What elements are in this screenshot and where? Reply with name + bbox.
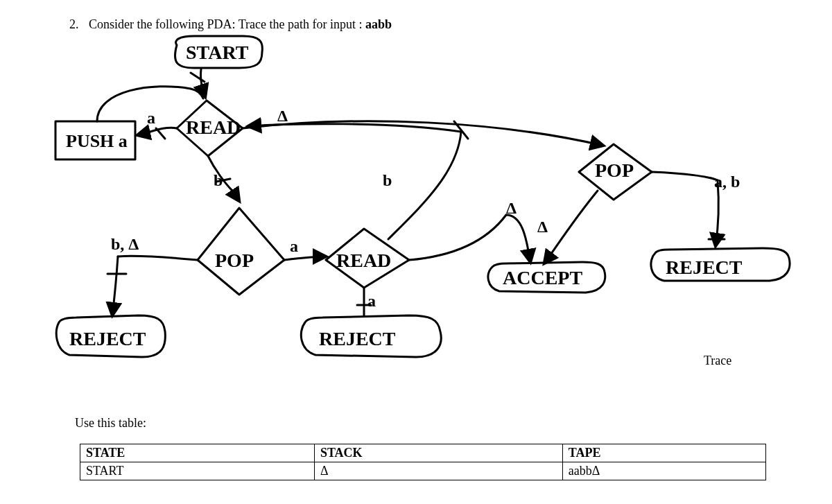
use-table-label: Use this table: xyxy=(75,416,146,431)
label-push-a: PUSH a xyxy=(66,131,128,151)
node-start xyxy=(175,36,262,68)
edge-label-a-reject: a xyxy=(367,292,376,310)
node-accept xyxy=(488,262,605,293)
label-reject-mid: REJECT xyxy=(319,328,396,349)
th-state: STATE xyxy=(80,444,315,462)
edge-pop1-reject-v xyxy=(112,257,118,315)
label-accept: ACCEPT xyxy=(503,267,582,288)
question-number: 2. xyxy=(69,17,79,32)
edge-label-b-pop1: b xyxy=(214,171,223,189)
th-stack: STACK xyxy=(314,444,562,462)
node-reject-right xyxy=(651,248,790,281)
label-read2: READ xyxy=(336,250,391,271)
table-header-row: STATE STACK TAPE xyxy=(80,444,766,462)
node-read1 xyxy=(177,101,243,156)
edge-read1-push-tick xyxy=(156,128,165,139)
edge-read2-to-read1 xyxy=(248,124,461,132)
edge-pop2-reject-h xyxy=(652,172,718,180)
edge-start-tick xyxy=(191,73,205,82)
edge-label-delta-accept: Δ xyxy=(506,199,517,217)
edge-pop1-to-read2 xyxy=(284,257,326,260)
trace-table: STATE STACK TAPE START Δ aabbΔ xyxy=(80,444,766,480)
label-reject-left: REJECT xyxy=(69,328,146,349)
edge-label-pop2-delta: Δ xyxy=(537,218,548,236)
edge-push-to-read1 xyxy=(97,87,203,121)
question-prompt: Consider the following PDA: Trace the pa… xyxy=(89,17,365,31)
edge-label-ab-reject: a, b xyxy=(714,173,740,191)
edge-label-delta-pop2: Δ xyxy=(277,107,288,125)
node-pop2 xyxy=(579,144,652,200)
edge-pop2-reject-v xyxy=(716,180,718,246)
label-read1: READ xyxy=(186,116,241,138)
trace-label: Trace xyxy=(704,354,731,368)
td-state: START xyxy=(80,462,315,480)
edge-start-to-read1 xyxy=(200,69,205,97)
label-pop1: POP xyxy=(215,250,254,271)
edge-label-bDelta: b, Δ xyxy=(111,235,139,253)
edge-read1-to-push xyxy=(137,128,177,135)
edge-label-a-push: a xyxy=(147,109,155,127)
edge-read2-accept-b xyxy=(506,215,530,262)
label-reject-right: REJECT xyxy=(666,257,743,278)
th-tape: TAPE xyxy=(562,444,765,462)
node-reject-left xyxy=(56,315,165,357)
label-pop2: POP xyxy=(595,159,634,181)
label-start: START xyxy=(186,42,249,63)
edge-read2-up-arrowmark xyxy=(454,121,468,139)
node-push-a xyxy=(55,121,135,159)
edge-read1-pop1-tick xyxy=(216,179,230,182)
question-input: aabb xyxy=(365,17,392,31)
edge-read2-accept-a xyxy=(409,215,506,260)
node-pop1 xyxy=(198,208,284,295)
edge-read1-pop1-end xyxy=(232,191,239,201)
table-row: START Δ aabbΔ xyxy=(80,462,766,480)
question-text: Consider the following PDA: Trace the pa… xyxy=(89,17,392,32)
edge-read1-to-pop2 xyxy=(243,121,603,146)
edge-read2-up xyxy=(388,132,461,239)
td-tape: aabbΔ xyxy=(562,462,765,480)
edge-label-a-read2: a xyxy=(290,237,298,255)
edge-pop2-to-accept xyxy=(544,191,598,263)
node-read2 xyxy=(326,229,409,288)
edge-pop1-reject-h xyxy=(118,256,198,260)
edge-read1-to-pop1 xyxy=(208,156,232,191)
td-stack: Δ xyxy=(314,462,562,480)
node-reject-mid xyxy=(301,315,441,357)
edge-label-b-up: b xyxy=(383,171,392,189)
page: 2. Consider the following PDA: Trace the… xyxy=(0,0,832,504)
